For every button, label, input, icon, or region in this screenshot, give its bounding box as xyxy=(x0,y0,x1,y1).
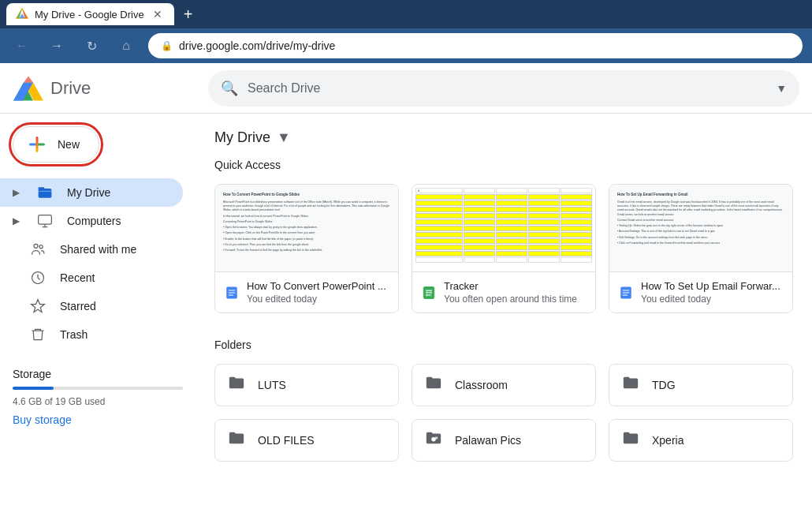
folder-card-classroom[interactable]: Classroom xyxy=(412,364,596,406)
sidebar-item-trash[interactable]: Trash xyxy=(0,320,183,349)
sidebar: New ▶ My Drive ▶ Comp xyxy=(0,114,196,505)
file-card-3-info: How To Set Up Email Forwar... You edited… xyxy=(609,271,792,312)
trash-icon xyxy=(28,327,47,342)
breadcrumb-title: My Drive xyxy=(214,129,270,146)
topbar: Drive 🔍 ▼ xyxy=(0,63,812,114)
tab-favicon xyxy=(16,7,28,22)
app-container: Drive 🔍 ▼ New ▶ xyxy=(0,63,812,505)
folder-name-xperia: Xperia xyxy=(652,434,683,447)
doc-type-icon-1 xyxy=(225,286,239,300)
breadcrumb: My Drive ▼ xyxy=(214,114,793,159)
main-content: My Drive ▼ Quick Access How To Convert P… xyxy=(196,114,812,505)
new-button-icon xyxy=(26,133,48,155)
search-input[interactable] xyxy=(248,81,766,95)
folder-icon-classroom xyxy=(425,374,442,396)
file-card-1-info: How To Convert PowerPoint ... You edited… xyxy=(215,271,398,312)
url-text: drive.google.com/drive/my-drive xyxy=(179,39,335,52)
forward-button[interactable]: → xyxy=(44,33,69,58)
logo-area: Drive xyxy=(0,73,196,104)
svg-point-12 xyxy=(34,244,38,248)
home-button[interactable]: ⌂ xyxy=(114,33,139,58)
sidebar-item-recent[interactable]: Recent xyxy=(0,264,183,292)
doc-preview-1: How To Convert PowerPoint to Google Slid… xyxy=(222,191,392,256)
sidebar-label-trash: Trash xyxy=(60,328,88,341)
doc-type-icon-3 xyxy=(619,286,633,300)
tab-close-button[interactable]: ✕ xyxy=(151,7,165,21)
file-card-3-preview: How To Set Up Email Forwarding in Gmail … xyxy=(609,185,792,271)
new-button-wrapper: New xyxy=(0,120,196,175)
quick-access-title: Quick Access xyxy=(214,159,793,171)
folder-name-luts: LUTS xyxy=(258,379,286,391)
recent-icon xyxy=(28,270,47,286)
search-bar[interactable]: 🔍 ▼ xyxy=(208,70,799,107)
sheets-type-icon xyxy=(422,286,436,300)
folder-card-palawan[interactable]: Palawan Pics xyxy=(412,419,596,462)
svg-point-21 xyxy=(435,436,438,440)
browser-tab[interactable]: My Drive - Google Drive ✕ xyxy=(6,3,174,25)
sidebar-item-my-drive[interactable]: ▶ My Drive xyxy=(0,178,183,207)
folder-icon-old-files xyxy=(228,429,245,451)
folder-card-tdg[interactable]: TDG xyxy=(609,364,793,406)
file-card-3-details: How To Set Up Email Forwar... You edited… xyxy=(641,280,783,305)
sidebar-label-recent: Recent xyxy=(60,271,95,284)
my-drive-icon xyxy=(35,185,54,200)
svg-rect-9 xyxy=(39,189,52,198)
svg-marker-15 xyxy=(32,300,45,312)
svg-point-13 xyxy=(39,245,43,249)
back-button[interactable]: ← xyxy=(9,33,35,58)
expand-arrow-computers-icon: ▶ xyxy=(13,215,20,226)
computers-icon xyxy=(35,213,54,229)
search-dropdown-icon[interactable]: ▼ xyxy=(776,82,787,95)
file-card-2-details: Tracker You often open around this time xyxy=(444,280,586,305)
tab-title: My Drive - Google Drive xyxy=(35,9,144,21)
folder-card-xperia[interactable]: Xperia xyxy=(609,419,793,462)
expand-arrow-icon: ▶ xyxy=(13,187,20,198)
file-card-3[interactable]: How To Set Up Email Forwarding in Gmail … xyxy=(609,184,793,313)
quick-access-grid: How To Convert PowerPoint to Google Slid… xyxy=(214,184,793,313)
file-card-2-info: Tracker You often open around this time xyxy=(412,271,595,312)
sidebar-nav: ▶ My Drive ▶ Computers xyxy=(0,178,196,349)
svg-marker-8 xyxy=(24,76,33,82)
folder-name-tdg: TDG xyxy=(652,379,676,391)
svg-rect-10 xyxy=(39,187,45,189)
file-card-1-preview: How To Convert PowerPoint to Google Slid… xyxy=(215,185,398,271)
storage-text: 4.6 GB of 19 GB used xyxy=(13,396,183,407)
folders-grid: LUTS Classroom TDG xyxy=(214,364,793,462)
search-icon: 🔍 xyxy=(221,80,238,97)
folder-icon-xperia xyxy=(622,429,639,451)
new-tab-button[interactable]: + xyxy=(177,3,199,25)
refresh-button[interactable]: ↻ xyxy=(79,33,104,58)
storage-bar-fill xyxy=(13,387,54,390)
new-button[interactable]: New xyxy=(13,126,99,163)
app-body: New ▶ My Drive ▶ Comp xyxy=(0,114,812,505)
folders-title: Folders xyxy=(214,339,793,351)
sidebar-item-shared[interactable]: Shared with me xyxy=(0,235,183,264)
folder-name-classroom: Classroom xyxy=(455,379,508,391)
folder-icon-luts xyxy=(228,374,245,396)
tracker-preview: A xyxy=(415,188,592,268)
sidebar-item-computers[interactable]: ▶ Computers xyxy=(0,207,183,235)
plus-icon xyxy=(29,137,45,152)
sidebar-label-computers: Computers xyxy=(67,215,121,227)
shared-icon xyxy=(28,241,47,257)
sidebar-label-starred: Starred xyxy=(60,300,96,312)
file-card-1-name: How To Convert PowerPoint ... xyxy=(247,280,389,292)
buy-storage-link[interactable]: Buy storage xyxy=(13,413,72,426)
folder-card-luts[interactable]: LUTS xyxy=(214,364,399,406)
folder-name-palawan: Palawan Pics xyxy=(455,434,521,447)
sidebar-label-shared: Shared with me xyxy=(60,243,136,256)
file-card-2[interactable]: A xyxy=(412,184,596,313)
address-input[interactable]: 🔒 drive.google.com/drive/my-drive xyxy=(148,33,803,58)
file-card-1[interactable]: How To Convert PowerPoint to Google Slid… xyxy=(214,184,399,313)
drive-logo: Drive xyxy=(13,73,91,104)
breadcrumb-dropdown-icon[interactable]: ▼ xyxy=(277,129,291,146)
file-card-2-name: Tracker xyxy=(444,280,586,292)
folder-icon-tdg xyxy=(622,374,639,396)
folder-card-old-files[interactable]: OLD FILES xyxy=(214,419,399,462)
sidebar-item-starred[interactable]: Starred xyxy=(0,292,183,320)
drive-logo-text: Drive xyxy=(50,78,91,99)
lock-icon: 🔒 xyxy=(161,40,173,51)
file-card-3-name: How To Set Up Email Forwar... xyxy=(641,280,783,292)
new-button-label: New xyxy=(58,138,80,151)
file-card-2-meta: You often open around this time xyxy=(444,294,586,305)
